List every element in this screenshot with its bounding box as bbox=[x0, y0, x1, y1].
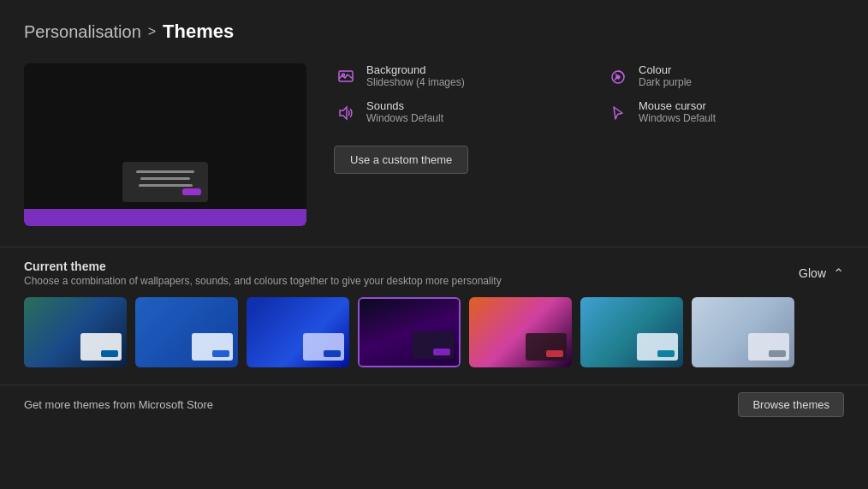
background-text: Background Slideshow (4 images) bbox=[366, 63, 465, 88]
sounds-text: Sounds Windows Default bbox=[366, 99, 443, 124]
sounds-setting: Sounds Windows Default bbox=[334, 99, 572, 125]
browse-themes-button[interactable]: Browse themes bbox=[738, 392, 844, 417]
current-theme-info: Current theme Choose a combination of wa… bbox=[24, 259, 799, 287]
theme-window-7 bbox=[748, 333, 789, 361]
theme-window-4 bbox=[413, 331, 454, 359]
colour-setting: Colour Dark purple bbox=[606, 63, 844, 89]
breadcrumb-separator: > bbox=[148, 24, 156, 39]
theme-bg-3 bbox=[247, 297, 349, 367]
theme-bg-6 bbox=[580, 297, 683, 367]
theme-taskbar-btn-7 bbox=[769, 350, 786, 357]
current-theme-name: Glow bbox=[799, 266, 826, 280]
settings-panel: Background Slideshow (4 images) bbox=[334, 63, 844, 174]
background-setting: Background Slideshow (4 images) bbox=[334, 63, 572, 89]
background-label: Background bbox=[366, 63, 465, 76]
mouse-cursor-value: Windows Default bbox=[639, 112, 716, 124]
theme-bg-5 bbox=[469, 297, 572, 367]
background-icon bbox=[334, 65, 358, 89]
collapse-icon[interactable]: ⌃ bbox=[833, 265, 844, 282]
sounds-label: Sounds bbox=[366, 99, 443, 112]
theme-thumb-6[interactable] bbox=[580, 297, 683, 367]
colour-icon bbox=[606, 65, 630, 89]
theme-thumb-4[interactable] bbox=[358, 297, 461, 367]
current-theme-desc: Choose a combination of wallpapers, soun… bbox=[24, 275, 799, 287]
preview-taskbar bbox=[24, 209, 306, 226]
theme-bg-4 bbox=[360, 299, 459, 366]
theme-taskbar-btn-2 bbox=[212, 350, 229, 357]
mouse-cursor-label: Mouse cursor bbox=[639, 99, 716, 112]
theme-taskbar-btn-6 bbox=[657, 350, 675, 357]
theme-thumb-3[interactable] bbox=[247, 297, 349, 367]
theme-thumb-7[interactable] bbox=[692, 297, 794, 367]
current-theme-header: Current theme Choose a combination of wa… bbox=[24, 247, 844, 297]
theme-thumb-2[interactable] bbox=[135, 297, 238, 367]
theme-taskbar-btn-4 bbox=[433, 349, 450, 355]
theme-taskbar-btn-3 bbox=[324, 350, 341, 357]
breadcrumb-parent[interactable]: Personalisation bbox=[24, 22, 141, 42]
settings-grid: Background Slideshow (4 images) bbox=[334, 63, 844, 125]
breadcrumb: Personalisation > Themes bbox=[24, 21, 844, 43]
custom-theme-button[interactable]: Use a custom theme bbox=[334, 146, 468, 174]
svg-point-1 bbox=[342, 74, 345, 76]
preview-line-1 bbox=[136, 170, 193, 173]
preview-window bbox=[122, 162, 208, 202]
bottom-bar: Get more themes from Microsoft Store Bro… bbox=[24, 385, 844, 424]
sounds-icon bbox=[334, 101, 358, 125]
theme-bg-7 bbox=[692, 297, 794, 367]
theme-bg-2 bbox=[135, 297, 238, 367]
themes-row bbox=[24, 297, 844, 367]
breadcrumb-current: Themes bbox=[163, 21, 234, 43]
page-container: Personalisation > Themes bbox=[0, 0, 868, 444]
theme-thumb-5[interactable] bbox=[469, 297, 572, 367]
store-text: Get more themes from Microsoft Store bbox=[24, 398, 213, 411]
preview-accent-dot bbox=[182, 188, 201, 195]
theme-thumb-1[interactable] bbox=[24, 297, 127, 367]
mouse-cursor-setting: Mouse cursor Windows Default bbox=[606, 99, 844, 125]
colour-text: Colour Dark purple bbox=[639, 63, 692, 88]
svg-marker-4 bbox=[340, 107, 347, 119]
theme-window-6 bbox=[637, 333, 678, 361]
colour-label: Colour bbox=[639, 63, 692, 76]
theme-window-2 bbox=[192, 333, 233, 361]
preview-line-3 bbox=[139, 184, 193, 187]
current-theme-title: Current theme bbox=[24, 259, 799, 273]
theme-top-section: Background Slideshow (4 images) bbox=[24, 63, 844, 226]
mouse-cursor-icon bbox=[606, 101, 630, 125]
current-theme-right: Glow ⌃ bbox=[799, 265, 844, 282]
mouse-cursor-text: Mouse cursor Windows Default bbox=[639, 99, 716, 124]
theme-window-1 bbox=[80, 333, 122, 361]
theme-window-3 bbox=[303, 333, 344, 361]
sounds-value: Windows Default bbox=[366, 112, 443, 124]
preview-line-2 bbox=[140, 177, 191, 180]
theme-bg-1 bbox=[24, 297, 127, 367]
theme-taskbar-btn-5 bbox=[546, 350, 563, 357]
theme-preview bbox=[24, 63, 306, 226]
background-value: Slideshow (4 images) bbox=[366, 76, 465, 88]
colour-value: Dark purple bbox=[639, 76, 692, 88]
theme-taskbar-btn-1 bbox=[101, 350, 118, 357]
theme-window-5 bbox=[526, 333, 567, 361]
